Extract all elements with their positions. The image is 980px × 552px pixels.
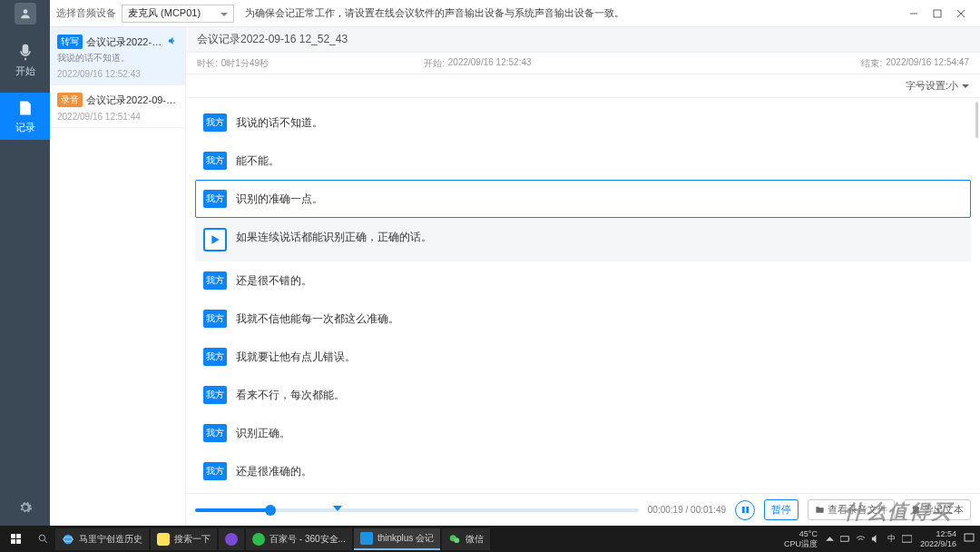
clock[interactable]: 12:542022/9/16	[920, 529, 956, 549]
transcript-text: 我说的话不知道。	[236, 113, 323, 131]
transcript-row[interactable]: 我方还是很准确的。	[195, 452, 971, 490]
taskbar-item[interactable]: 微信	[442, 528, 490, 550]
player-bar: 00:00:19 / 00:01:49 暂停 查看录音文件 导出文本	[186, 493, 980, 526]
record-item[interactable]: 录音 会议记录2022-09-16 12_51... 2022/09/16 12…	[50, 85, 185, 128]
transcript-text: 能不能。	[236, 152, 279, 169]
pause-round-icon[interactable]	[735, 500, 755, 520]
view-file-button[interactable]: 查看录音文件	[808, 499, 895, 520]
sound-icon	[167, 35, 178, 48]
tray-wifi-icon	[856, 534, 867, 545]
record-item[interactable]: 转写 会议记录2022-09-16 12_... 我说的话不知道。 2022/0…	[50, 27, 185, 85]
speaker-badge: 我方	[203, 113, 227, 132]
svg-rect-13	[840, 537, 848, 542]
taskbar-search-icon[interactable]	[31, 526, 54, 552]
search-pill-icon	[157, 533, 170, 546]
end-label: 结束:	[861, 57, 882, 70]
speaker-badge: 我方	[203, 310, 227, 328]
detail-pane: 会议记录2022-09-16 12_52_43 时长:0时1分49秒 开始:20…	[186, 27, 980, 526]
svg-point-9	[64, 534, 74, 544]
taskbar-item-label: 微信	[466, 533, 484, 546]
minimize-icon[interactable]	[902, 2, 926, 25]
svg-rect-7	[16, 539, 21, 544]
svg-point-0	[23, 9, 27, 14]
notification-icon[interactable]	[964, 533, 975, 546]
transcript: 我方我说的话不知道。我方能不能。我方识别的准确一点。如果连续说话都能识别正确，正…	[186, 98, 980, 493]
speaker-badge: 我方	[203, 462, 227, 480]
start-button[interactable]	[0, 526, 31, 552]
taskbar-item[interactable]: 搜索一下	[151, 528, 217, 550]
user-avatar[interactable]	[15, 3, 36, 25]
taskbar-item[interactable]: 百家号 - 360安全...	[246, 528, 352, 550]
record-title: 会议记录2022-09-16 12_51...	[86, 94, 178, 107]
transcript-row[interactable]: 我方识别正确。	[195, 414, 971, 452]
tray-icons[interactable]: 中	[825, 534, 913, 545]
svg-rect-4	[11, 534, 15, 538]
svg-point-12	[455, 537, 460, 543]
speaker-badge: 我方	[203, 424, 227, 442]
tray-keyboard-icon	[902, 534, 913, 545]
transcript-row[interactable]: 我方看来不行，每次都能。	[195, 376, 971, 414]
tray-up-icon	[825, 534, 836, 545]
nav-start-label: 开始	[15, 64, 35, 78]
transcript-row[interactable]: 我方我就要让他有点儿错误。	[195, 338, 971, 376]
duration-value: 0时1分49秒	[221, 57, 269, 70]
start-value: 2022/09/16 12:52:43	[448, 57, 532, 70]
record-date: 2022/09/16 12:51:44	[57, 112, 178, 122]
taskbar: 马里宁创造历史搜索一下百家号 - 360安全...thinkplus 会记微信 …	[0, 526, 980, 552]
speaker-badge: 我方	[203, 271, 227, 290]
device-selected: 麦克风 (MCP01)	[128, 6, 201, 20]
nav-records[interactable]: 记录	[0, 93, 50, 140]
device-notice: 为确保会记正常工作，请设置在线会议软件的声音输出设备与系统声音输出设备一致。	[245, 6, 902, 20]
device-dropdown[interactable]: 麦克风 (MCP01)	[122, 5, 234, 23]
svg-rect-15	[902, 536, 912, 542]
taskbar-item-label: thinkplus 会记	[377, 532, 434, 545]
blue-square-icon	[360, 532, 373, 545]
progress-marker	[333, 506, 342, 511]
record-date: 2022/09/16 12:52:43	[57, 69, 178, 79]
svg-rect-16	[965, 534, 974, 541]
duration-label: 时长:	[197, 57, 218, 70]
export-label: 导出文本	[924, 503, 964, 517]
left-sidebar: 开始 记录	[0, 0, 50, 526]
transcript-row[interactable]: 如果连续说话都能识别正确，正确的话。	[195, 218, 971, 261]
start-label: 开始:	[424, 57, 445, 70]
settings-icon[interactable]	[0, 489, 50, 526]
cpu-temp: 45°CCPU温度	[784, 529, 818, 549]
transcript-text: 识别正确。	[236, 424, 290, 441]
green-circle-icon	[252, 533, 265, 546]
pause-button[interactable]: 暂停	[764, 499, 799, 520]
taskbar-item[interactable]: 马里宁创造历史	[55, 528, 149, 550]
record-badge: 录音	[57, 93, 83, 107]
nav-records-label: 记录	[15, 121, 35, 134]
device-label: 选择音频设备	[56, 6, 116, 20]
font-size-dropdown[interactable]: 字号设置:小	[906, 79, 969, 93]
transcript-row[interactable]: 我方识别的准确一点。	[195, 180, 971, 218]
transcript-row[interactable]: 我方能不能。	[195, 142, 971, 180]
folder-icon	[815, 505, 825, 515]
tray-battery-icon	[840, 534, 851, 545]
transcript-row[interactable]: 我方我就不信他能每一次都这么准确。	[195, 300, 971, 338]
taskbar-item[interactable]	[219, 528, 244, 550]
transcript-row[interactable]: 我方还是很不错的。	[195, 261, 971, 300]
maximize-icon[interactable]	[926, 2, 949, 25]
end-value: 2022/09/16 12:54:47	[886, 57, 969, 70]
svg-rect-5	[16, 534, 21, 538]
svg-rect-14	[849, 538, 850, 540]
nav-start[interactable]: 开始	[0, 36, 50, 84]
taskbar-item-label: 马里宁创造历史	[79, 533, 142, 546]
record-list: 转写 会议记录2022-09-16 12_... 我说的话不知道。 2022/0…	[50, 27, 186, 526]
progress-slider[interactable]	[195, 508, 639, 512]
export-button[interactable]: 导出文本	[904, 499, 971, 520]
transcript-row[interactable]: 我方我说的话不知道。	[195, 104, 971, 142]
speaker-badge: 我方	[203, 348, 227, 366]
transcript-text: 还是很准确的。	[236, 462, 312, 479]
time-display: 00:00:19 / 00:01:49	[648, 505, 726, 515]
taskbar-item[interactable]: thinkplus 会记	[354, 528, 440, 550]
scrollbar[interactable]	[975, 102, 978, 138]
svg-rect-6	[11, 539, 15, 544]
transcript-text: 我就不信他能每一次都这么准确。	[236, 310, 399, 327]
close-icon[interactable]	[949, 2, 973, 25]
svg-rect-1	[934, 10, 941, 17]
transcript-text: 看来不行，每次都能。	[236, 386, 345, 403]
taskbar-item-label: 百家号 - 360安全...	[270, 533, 346, 546]
